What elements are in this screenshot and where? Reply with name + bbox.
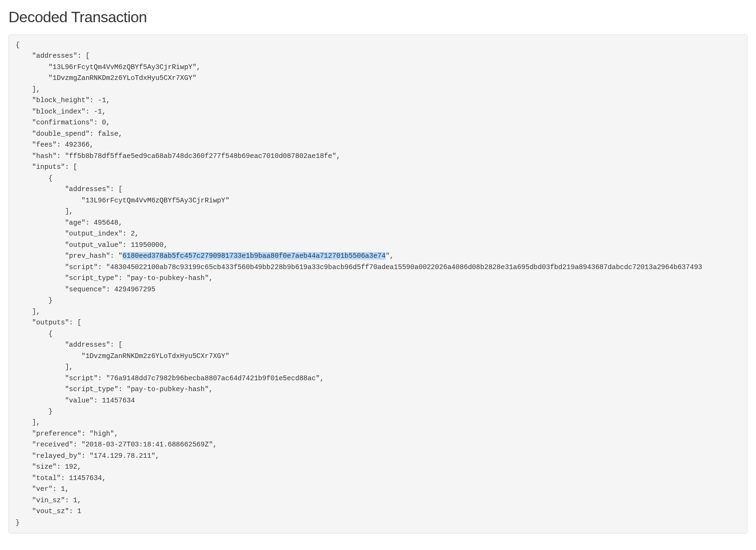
json-line: ],: [16, 308, 40, 315]
json-line: "size": 192,: [16, 463, 81, 471]
json-line: "vout_sz": 1: [16, 507, 81, 515]
decoded-transaction-json[interactable]: { "addresses": [ "13L96rFcytQm4VvM6zQBYf…: [9, 35, 747, 533]
json-line: "script_type": "pay-to-pubkey-hash",: [16, 274, 213, 282]
json-line: "prev_hash": "6180eed378ab5fc457c2790981…: [16, 252, 394, 260]
json-line: "script": "483045022100ab78c93199c65cb43…: [16, 263, 702, 271]
json-fragment: "prev_hash": ": [65, 252, 122, 260]
json-line: "vin_sz": 1,: [16, 497, 81, 504]
json-code[interactable]: { "addresses": [ "13L96rFcytQm4VvM6zQBYf…: [16, 40, 740, 528]
json-line: }: [16, 297, 52, 304]
json-line: "age": 495648,: [16, 219, 122, 227]
json-line: "double_spend": false,: [16, 130, 122, 138]
json-line: "hash": "ff5b8b78df5ffae5ed9ca68ab748dc3…: [16, 152, 340, 160]
json-line: "block_index": -1,: [16, 108, 106, 115]
json-line: "sequence": 4294967295: [16, 286, 155, 293]
json-line: }: [16, 519, 20, 526]
json-line: "1DvzmgZanRNKDm2z6YLoTdxHyu5CXr7XGY": [16, 74, 197, 82]
json-line: ],: [16, 86, 40, 93]
json-line: "confirmations": 0,: [16, 119, 110, 126]
json-line: "relayed_by": "174.129.78.211",: [16, 452, 160, 460]
json-line: "1DvzmgZanRNKDm2z6YLoTdxHyu5CXr7XGY": [16, 352, 229, 360]
json-line: "inputs": [: [16, 163, 77, 171]
json-line: "addresses": [: [16, 52, 90, 60]
json-fragment: ",: [386, 252, 394, 260]
json-line: {: [16, 330, 52, 338]
json-line: "script": "76a9148dd7c7982b96becba8807ac…: [16, 375, 324, 382]
json-line: "block_height": -1,: [16, 96, 110, 104]
json-line: ],: [16, 419, 40, 426]
json-line: ],: [16, 208, 73, 215]
json-line: "fees": 492366,: [16, 141, 94, 148]
json-line: "script_type": "pay-to-pubkey-hash",: [16, 385, 213, 393]
json-line: "outputs": [: [16, 319, 81, 326]
json-line: {: [16, 41, 20, 49]
json-line: "preference": "high",: [16, 430, 119, 437]
page-title: Decoded Transaction: [9, 9, 747, 26]
json-line: "ver": 1,: [16, 485, 69, 493]
json-line: "13L96rFcytQm4VvM6zQBYf5Ay3CjrRiwpY": [16, 197, 229, 204]
selected-text: 6180eed378ab5fc457c2790981733e1b9baa80f0…: [122, 252, 386, 260]
json-line: "total": 11457634,: [16, 474, 106, 482]
json-line: ],: [16, 363, 73, 371]
json-line: "addresses": [: [16, 185, 122, 193]
json-line: "received": "2018-03-27T03:18:41.6886625…: [16, 441, 217, 448]
json-line: "output_value": 11950000,: [16, 241, 168, 249]
json-line: "value": 11457634: [16, 397, 135, 404]
json-line: }: [16, 408, 52, 415]
json-line: {: [16, 175, 52, 182]
json-line: "13L96rFcytQm4VvM6zQBYf5Ay3CjrRiwpY",: [16, 63, 201, 71]
json-line: "addresses": [: [16, 341, 122, 349]
json-line: "output_index": 2,: [16, 230, 139, 237]
